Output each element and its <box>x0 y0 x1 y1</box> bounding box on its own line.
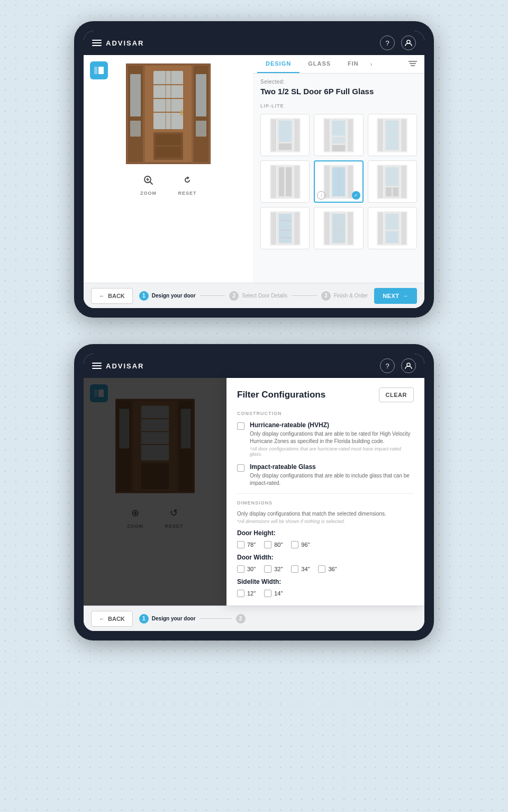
svg-rect-40 <box>332 145 345 151</box>
height-96-checkbox[interactable] <box>291 541 298 548</box>
step-1-number: 1 <box>139 291 149 301</box>
help-icon-btn[interactable]: ? <box>380 35 395 50</box>
width-32-checkbox[interactable] <box>264 565 271 573</box>
logo-text-2: ADVISAR <box>106 362 144 370</box>
step-3-number: 3 <box>321 291 331 301</box>
door-thumb-9[interactable] <box>368 207 417 249</box>
width-32[interactable]: 32" <box>264 565 283 573</box>
door-thumb-8[interactable] <box>314 207 363 249</box>
header-logo: ADVISAR <box>92 39 144 47</box>
svg-rect-21 <box>126 64 211 164</box>
door-preview <box>126 64 211 164</box>
filter-option-impact: Impact-rateable Glass Only display confi… <box>237 463 414 487</box>
back-button[interactable]: ← BACK <box>91 288 133 304</box>
sidelite-14-checkbox[interactable] <box>264 590 271 597</box>
svg-rect-84 <box>378 212 383 245</box>
next-button[interactable]: NEXT → <box>374 288 417 304</box>
step-1-number-b: 1 <box>139 614 149 624</box>
sidelite-12-label: 12" <box>247 590 256 597</box>
width-30-checkbox[interactable] <box>237 565 244 573</box>
width-36-checkbox[interactable] <box>318 565 325 573</box>
sidelite-12-checkbox[interactable] <box>237 590 244 597</box>
check-badge: ✓ <box>352 191 360 200</box>
tablet-2: ADVISAR ? <box>74 344 434 640</box>
height-80-checkbox[interactable] <box>264 541 271 548</box>
door-thumb-5-selected[interactable]: i ✓ <box>314 160 363 203</box>
hamburger-icon-2[interactable] <box>92 363 102 369</box>
toggle-sidebar-button[interactable] <box>90 61 108 79</box>
account-icon-btn-2[interactable] <box>401 358 416 373</box>
header-icons-2: ? <box>380 358 416 373</box>
height-80[interactable]: 80" <box>264 541 283 548</box>
reset-label: RESET <box>178 191 196 196</box>
back-button-2[interactable]: ← BACK <box>91 611 133 627</box>
svg-rect-75 <box>294 212 300 245</box>
height-78-checkbox[interactable] <box>237 541 244 548</box>
height-96-label: 96" <box>301 542 310 548</box>
width-36[interactable]: 36" <box>318 565 337 573</box>
svg-rect-67 <box>401 166 406 198</box>
step-1-b: 1 Design your door <box>139 614 196 624</box>
svg-rect-52 <box>279 167 284 196</box>
filter-option-hvhz: Hurricane-rateable (HVHZ) Only display c… <box>237 421 414 457</box>
dimensions-note-sub: *All dimensions will be shown if nothing… <box>237 519 414 524</box>
step-3-label: Finish & Order <box>334 293 368 299</box>
width-34-checkbox[interactable] <box>291 565 298 573</box>
sidelite-14[interactable]: 14" <box>264 590 283 597</box>
width-30-label: 30" <box>247 566 256 572</box>
tab-more-icon[interactable]: › <box>367 56 376 73</box>
header-icons: ? <box>380 35 416 50</box>
modal-overlay <box>84 378 226 606</box>
clear-button[interactable]: CLEAR <box>379 387 414 402</box>
door-thumb-7[interactable] <box>260 207 310 249</box>
hvhz-checkbox[interactable] <box>237 422 244 430</box>
svg-rect-66 <box>393 187 398 196</box>
door-controls: ZOOM RESET <box>140 172 196 196</box>
width-30[interactable]: 30" <box>237 565 256 573</box>
impact-checkbox[interactable] <box>237 464 244 472</box>
svg-rect-41 <box>348 119 353 151</box>
sidelite-12[interactable]: 12" <box>237 590 256 597</box>
step-1-label-b: Design your door <box>152 616 196 621</box>
svg-rect-71 <box>279 214 292 243</box>
reset-button[interactable]: RESET <box>178 172 196 196</box>
svg-rect-39 <box>332 137 345 143</box>
hvhz-title: Hurricane-rateable (HVHZ) <box>250 421 414 429</box>
svg-rect-65 <box>386 187 392 196</box>
svg-rect-1 <box>94 67 97 74</box>
svg-point-89 <box>407 363 410 366</box>
width-32-label: 32" <box>274 566 283 572</box>
door-thumb-1[interactable] <box>260 114 310 156</box>
svg-rect-43 <box>378 119 383 151</box>
tab-glass[interactable]: GLASS <box>300 55 339 73</box>
filter-icon-button[interactable] <box>405 57 420 71</box>
svg-rect-64 <box>386 167 398 186</box>
svg-rect-56 <box>324 166 330 198</box>
logo-text: ADVISAR <box>106 39 144 47</box>
tab-finish[interactable]: FIN <box>339 55 367 73</box>
help-icon-btn-2[interactable]: ? <box>380 358 395 373</box>
height-96[interactable]: 96" <box>291 541 310 548</box>
account-icon-btn[interactable] <box>401 35 416 50</box>
sidelite-width-label: Sidelite Width: <box>237 578 414 585</box>
svg-rect-34 <box>294 119 300 151</box>
height-78[interactable]: 78" <box>237 541 256 548</box>
door-height-options: 78" 80" 96" <box>237 541 414 548</box>
back-arrow-icon: ← <box>99 293 105 299</box>
step-3: 3 Finish & Order <box>321 291 368 301</box>
tab-design[interactable]: DESIGN <box>257 55 300 73</box>
width-36-label: 36" <box>328 566 337 572</box>
zoom-icon <box>140 172 157 188</box>
door-thumb-6[interactable] <box>368 160 417 203</box>
width-34[interactable]: 34" <box>291 565 310 573</box>
svg-point-0 <box>407 40 410 43</box>
step-1: 1 Design your door <box>139 291 196 301</box>
door-thumb-3[interactable] <box>368 114 417 156</box>
height-78-label: 78" <box>247 542 256 548</box>
hamburger-icon[interactable] <box>92 40 102 46</box>
svg-rect-32 <box>279 121 292 142</box>
door-thumb-2[interactable] <box>314 114 363 156</box>
door-thumb-4[interactable] <box>260 160 310 203</box>
zoom-button[interactable]: ZOOM <box>140 172 157 196</box>
screen-2: ADVISAR ? <box>84 354 424 631</box>
